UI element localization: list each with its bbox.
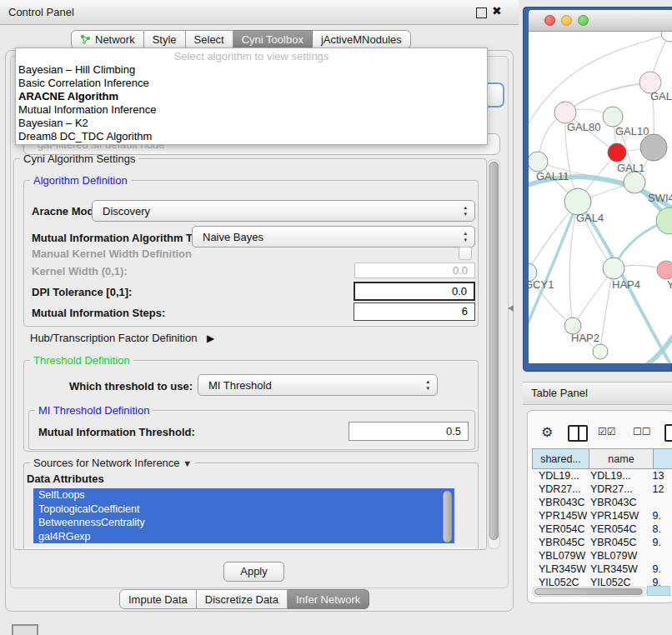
application-window: Control Panel ✖ NetworkStyleSelectCyni T… <box>0 0 672 635</box>
algorithm-option[interactable]: Basic Correlation Inference <box>16 77 487 90</box>
attribute-list-item[interactable]: SelfLoops <box>33 488 454 502</box>
floating-panel-fragment <box>12 624 38 635</box>
algorithm-option[interactable]: Dream8 DC_TDC Algorithm <box>16 130 487 143</box>
table-cell: 9. <box>649 536 672 549</box>
table-row[interactable]: YPR145WYPR145W9. <box>532 509 672 522</box>
tab-discretize-data[interactable]: Discretize Data <box>197 589 288 609</box>
table-row[interactable]: YER054CYER054C8. <box>532 522 672 536</box>
threshold-definition-title: Threshold Definition <box>30 354 133 367</box>
close-traffic-light[interactable] <box>544 15 555 26</box>
which-threshold-select[interactable]: MI Threshold ▴▾ <box>198 374 438 396</box>
document-icon[interactable] <box>664 424 672 442</box>
aracne-mode-value: Discovery <box>103 205 150 218</box>
tab-style[interactable]: Style <box>144 30 186 49</box>
table-panel-title: Table Panel <box>531 387 588 399</box>
settings-scrollbar-thumb[interactable] <box>489 162 499 540</box>
algorithm-option[interactable]: Bayesian – Hill Climbing <box>16 63 487 77</box>
column-view-icon[interactable] <box>568 425 588 442</box>
mi-algorithm-type-select[interactable]: Naive Bayes ▴▾ <box>192 226 475 248</box>
table-row[interactable]: YDL19...YDL19...13 <box>532 469 672 482</box>
network-node[interactable] <box>661 32 672 42</box>
node-label: Y <box>667 278 672 291</box>
node-label: GAL80 <box>567 121 600 133</box>
algorithm-definition-title: Algorithm Definition <box>30 174 131 187</box>
mi-threshold-definition-title: MI Threshold Definition <box>35 404 153 417</box>
aracne-mode-select[interactable]: Discovery ▴▾ <box>92 200 475 222</box>
table-row[interactable]: YIL052CYIL052C9. <box>532 576 672 586</box>
mouse-cursor <box>508 305 514 312</box>
table-cell: YER054C <box>532 522 587 536</box>
table-cell: YBR043C <box>532 496 587 509</box>
tab-cyni-toolbox[interactable]: Cyni Toolbox <box>233 30 313 49</box>
apply-button[interactable]: Apply <box>223 562 284 582</box>
select-all-checks-icon[interactable]: ☑☑ <box>598 426 616 438</box>
network-node[interactable] <box>608 143 626 162</box>
tab-label: Style <box>153 33 177 46</box>
network-node[interactable] <box>624 172 645 193</box>
table-cell: YBL079W <box>587 549 649 562</box>
settings-scrollbar-track[interactable] <box>488 159 500 549</box>
table-panel-box: ⚙ ☑☑ ☐☐ shared...name YDL19...YDL19...13… <box>527 410 672 603</box>
tab-network[interactable]: Network <box>71 30 144 49</box>
table-cell: 13 <box>649 469 672 482</box>
network-canvas[interactable]: GAL80GAL10GAL1GAL11SWI4GAL4GCY1HAP4YHAP2… <box>529 32 672 363</box>
table-scroll-corner <box>647 586 670 596</box>
tab-label: jActiveMNodules <box>321 33 402 46</box>
close-icon[interactable]: ✖ <box>492 4 502 18</box>
network-window-titlebar[interactable] <box>529 10 672 32</box>
cyni-mode-tabs: Impute DataDiscretize DataInfer Network <box>119 589 369 609</box>
which-threshold-value: MI Threshold <box>208 379 272 392</box>
gear-icon[interactable]: ⚙ <box>541 424 553 440</box>
tab-label: Impute Data <box>128 593 188 606</box>
table-hscrollbar-track[interactable] <box>532 587 647 597</box>
network-node[interactable] <box>656 208 672 234</box>
network-node[interactable] <box>529 152 548 172</box>
dpi-tolerance-field[interactable]: 0.0 <box>354 282 475 301</box>
table-row[interactable]: YDR27...YDR27...12 <box>532 482 672 496</box>
network-node[interactable] <box>603 258 624 279</box>
attribute-list-item[interactable]: TopologicalCoefficient <box>33 502 454 517</box>
network-node[interactable] <box>640 134 667 161</box>
table-row[interactable]: YLR345WYLR345W9. <box>532 562 672 576</box>
zoom-traffic-light[interactable] <box>578 15 589 26</box>
table-hscrollbar-thumb[interactable] <box>534 588 643 595</box>
tab-infer-network[interactable]: Infer Network <box>288 589 369 609</box>
column-header[interactable]: shared... <box>532 448 589 469</box>
table-row[interactable]: YBL079WYBL079W <box>532 549 672 562</box>
algorithm-option[interactable]: ARACNE Algorithm <box>16 90 487 103</box>
table-cell: 9. <box>649 576 672 586</box>
algorithm-option[interactable]: Mutual Information Inference <box>16 103 487 117</box>
which-threshold-label: Which threshold to use: <box>69 380 193 392</box>
algorithm-list: Bayesian – Hill ClimbingBasic Correlatio… <box>16 63 487 143</box>
float-window-icon[interactable] <box>476 8 487 18</box>
attributes-scrollbar-thumb[interactable] <box>443 491 452 542</box>
column-header[interactable] <box>654 448 672 469</box>
table-cell: YBR045C <box>587 536 649 549</box>
tab-jactivemnodules[interactable]: jActiveMNodules <box>313 30 411 49</box>
table-row[interactable]: YBR043CYBR043C <box>532 496 672 509</box>
hub-definition-expander[interactable]: Hub/Transcription Factor Definition ▶ <box>30 332 214 344</box>
attribute-list-item[interactable]: BetweennessCentrality <box>33 516 454 530</box>
tab-select[interactable]: Select <box>186 30 233 49</box>
network-node[interactable] <box>593 344 608 359</box>
tab-impute-data[interactable]: Impute Data <box>119 589 197 609</box>
deselect-all-checks-icon[interactable]: ☐☐ <box>633 426 651 438</box>
manual-kernel-checkbox[interactable] <box>459 247 472 260</box>
network-node[interactable] <box>657 261 672 279</box>
mi-threshold-field[interactable]: 0.5 <box>349 422 469 441</box>
table-cell: YDL19... <box>532 469 587 482</box>
sources-collapse-header[interactable]: Sources for Network Inference ▼ <box>30 457 195 469</box>
table-row[interactable]: YBR045CYBR045C9. <box>532 536 672 549</box>
data-attributes-list: SelfLoopsTopologicalCoefficientBetweenne… <box>33 488 454 543</box>
tab-label: Network <box>95 33 135 46</box>
table-cell: YBL079W <box>532 549 587 562</box>
network-node[interactable] <box>603 107 623 127</box>
node-label: HAP4 <box>612 278 640 291</box>
column-header[interactable]: name <box>589 448 654 469</box>
algorithm-option[interactable]: Bayesian – K2 <box>16 117 487 130</box>
kernel-width-label: Kernel Width (0,1): <box>32 265 128 278</box>
attribute-list-item[interactable]: gal4RGexp <box>33 530 454 544</box>
mi-steps-field[interactable]: 6 <box>354 302 475 321</box>
minimize-traffic-light[interactable] <box>561 15 572 26</box>
kernel-width-field[interactable]: 0.0 <box>354 262 475 278</box>
